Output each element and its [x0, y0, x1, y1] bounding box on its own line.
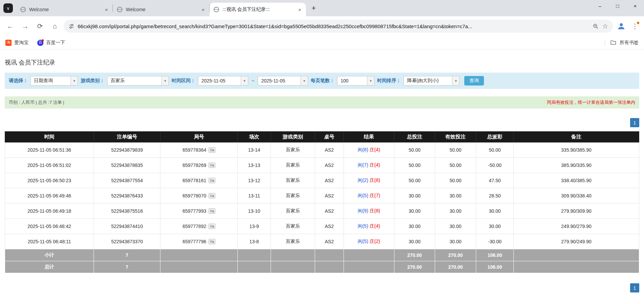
minimize-button[interactable]: –	[591, 0, 609, 12]
pagination-bottom: 1	[5, 283, 639, 292]
header-result: 结果	[344, 132, 394, 142]
cell-result: 闲(9)庄(8)	[344, 204, 394, 219]
page-size-select[interactable]: 100 ▾	[337, 76, 374, 86]
header-valid-bet: 有效投注	[435, 132, 476, 142]
reload-button[interactable]: ⟳	[34, 20, 46, 32]
bookmark-baidu[interactable]: 百 百度一下	[37, 40, 65, 46]
tab-search-button[interactable]: ∨	[3, 3, 13, 13]
dropdown-arrow-icon[interactable]: ▾	[367, 76, 374, 85]
round-detail-icon[interactable]	[209, 147, 215, 153]
bookmark-star-icon[interactable]: ☆	[602, 22, 608, 30]
url-text[interactable]: 66cxkj98.com/ipl/portal.php/game/betreco…	[78, 23, 589, 29]
site-info-icon[interactable]	[69, 23, 74, 29]
cell-game-type: 百家乐	[271, 173, 315, 188]
sort-order-select[interactable]: 降幂(由大到小) ▾	[404, 76, 460, 86]
new-tab-button[interactable]: +	[309, 3, 319, 13]
result-player: 闲(8)	[358, 147, 368, 152]
dropdown-arrow-icon[interactable]: ▾	[241, 76, 248, 85]
cell-total-bet-link[interactable]: 30.00	[394, 234, 435, 249]
cell-payout: 47.50	[476, 173, 513, 188]
round-number: 659778161	[182, 178, 206, 183]
cell-session: 13-9	[238, 219, 271, 234]
dropdown-arrow-icon[interactable]: ▾	[71, 76, 78, 85]
cell-table-no: AS2	[315, 204, 344, 219]
close-window-button[interactable]: ×	[626, 0, 644, 12]
search-button[interactable]: 查询	[464, 76, 484, 86]
round-detail-icon[interactable]	[209, 224, 215, 229]
cell-total-bet-link[interactable]: 50.00	[394, 142, 435, 158]
browser-menu-icon[interactable]: ⋮	[630, 20, 640, 32]
page-size-value: 100	[337, 76, 367, 85]
tab-close-icon[interactable]: ×	[200, 6, 207, 13]
dropdown-arrow-icon[interactable]: ▾	[300, 76, 308, 85]
date-from-value: 2025-11-05	[198, 76, 241, 85]
profile-avatar-icon[interactable]	[616, 20, 627, 32]
header-round: 局号	[160, 132, 238, 142]
cell-game-type: 百家乐	[271, 204, 315, 219]
sort-order-label: 时间排序：	[377, 78, 401, 84]
query-type-select[interactable]: 日期查询 ▾	[31, 76, 78, 86]
cell-payout: 30.00	[476, 219, 513, 234]
home-button[interactable]: ⌂	[49, 20, 61, 32]
dropdown-arrow-icon[interactable]: ▾	[161, 76, 169, 85]
game-type-label: 游戏类别：	[81, 78, 104, 84]
tab-welcome-1[interactable]: Welcome ×	[16, 3, 113, 16]
page-1-button[interactable]: 1	[630, 118, 639, 127]
cell-bet-id: 522943879839	[94, 142, 160, 158]
maximize-button[interactable]: □	[609, 0, 626, 12]
tab-close-icon[interactable]: ×	[103, 6, 110, 13]
cell-result: 闲(5)庄(2)	[344, 234, 394, 249]
date-to-picker[interactable]: 2025-11-05 ▾	[258, 76, 308, 86]
cell-time: 2025-11-05 06:50:23	[5, 173, 94, 188]
cell-time: 2025-11-05 06:49:46	[5, 188, 94, 204]
cell-bet-id: 522943874410	[94, 219, 160, 234]
cell-result: 闲(7)庄(4)	[344, 158, 394, 173]
cell-session: 13-13	[238, 158, 271, 173]
cell-payout: 28.50	[476, 188, 513, 204]
round-detail-icon[interactable]	[209, 178, 215, 183]
cell-total-bet-link[interactable]: 50.00	[394, 158, 435, 173]
header-total-bet: 总投注	[394, 132, 435, 142]
back-button[interactable]: ←	[4, 20, 16, 32]
result-player: 闲(9)	[358, 208, 368, 213]
summary-empty	[315, 261, 344, 273]
page-size-label: 每页笔数：	[311, 78, 334, 84]
all-bookmarks-button[interactable]: 所有书签	[605, 40, 639, 46]
tab-bet-record-active[interactable]: :::视讯 会员下注纪录::: ×	[210, 3, 306, 16]
cell-total-bet-link[interactable]: 30.00	[394, 204, 435, 219]
cell-round: 659778161	[160, 173, 238, 188]
round-detail-icon[interactable]	[209, 208, 215, 214]
table-row: 2025-11-05 06:50:23 522943877554 6597781…	[5, 173, 639, 188]
navigation-bar: ← → ⟳ ⌂ 66cxkj98.com/ipl/portal.php/game…	[0, 16, 644, 36]
round-detail-icon[interactable]	[209, 163, 215, 168]
tab-welcome-2[interactable]: Welcome ×	[113, 3, 209, 16]
forward-button[interactable]: →	[19, 20, 31, 32]
cell-table-no: AS2	[315, 158, 344, 173]
bookmarks-bar: 淘 爱淘宝 百 百度一下 所有书签	[0, 36, 644, 50]
page-1-button[interactable]: 1	[630, 283, 639, 292]
cell-session: 13-10	[238, 204, 271, 219]
date-from-picker[interactable]: 2025-11-05 ▾	[198, 76, 248, 86]
cell-valid-bet: 30.00	[435, 204, 476, 219]
cell-valid-bet: 50.00	[435, 158, 476, 173]
round-detail-icon[interactable]	[209, 193, 215, 198]
bookmark-taobao[interactable]: 淘 爱淘宝	[5, 40, 28, 46]
cell-bet-id: 522943878835	[94, 158, 160, 173]
game-type-select[interactable]: 百家乐 ▾	[107, 76, 169, 86]
round-detail-icon[interactable]	[209, 239, 215, 244]
zoom-icon[interactable]	[592, 23, 599, 30]
address-bar[interactable]: 66cxkj98.com/ipl/portal.php/game/betreco…	[64, 20, 613, 33]
cell-total-bet-link[interactable]: 30.00	[394, 188, 435, 204]
globe-favicon-icon	[117, 7, 122, 12]
cell-total-bet-link[interactable]: 30.00	[394, 219, 435, 234]
cell-total-bet-link[interactable]: 50.00	[394, 173, 435, 188]
tab-title: Welcome	[29, 7, 101, 12]
cell-game-type: 百家乐	[271, 234, 315, 249]
cell-note: 279.90/309.90	[513, 204, 639, 219]
tab-close-icon[interactable]: ×	[296, 6, 303, 13]
dropdown-arrow-icon[interactable]: ▾	[452, 76, 459, 85]
cell-round: 659778364	[160, 142, 238, 158]
cell-result: 闲(8)庄(4)	[344, 142, 394, 158]
round-number: 659777796	[182, 239, 206, 244]
cell-payout: -30.00	[476, 234, 513, 249]
